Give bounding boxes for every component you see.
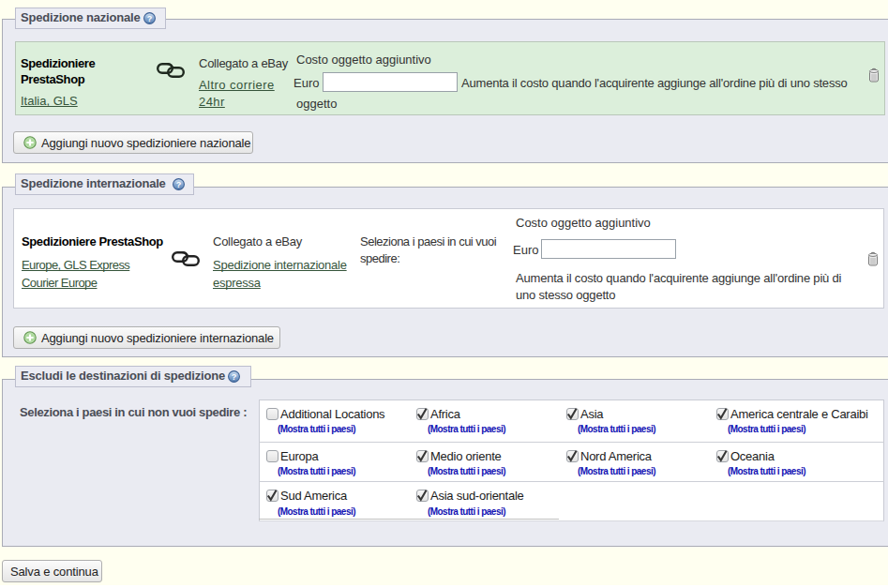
svg-text:?: ?: [176, 180, 182, 189]
svg-text:?: ?: [232, 372, 237, 382]
svg-text:?: ?: [147, 14, 153, 23]
